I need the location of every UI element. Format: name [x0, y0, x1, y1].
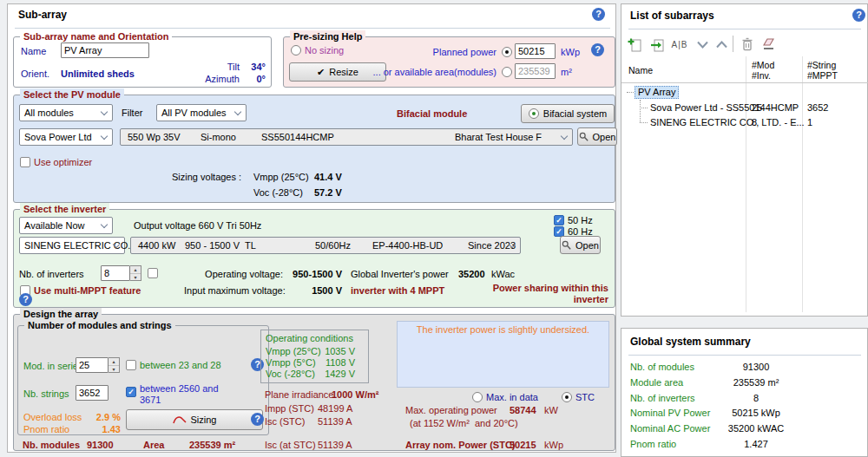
nb-modules-value: 91300: [87, 440, 114, 450]
subarray-row-name[interactable]: Sova Power Ltd - SS550144HCMP: [650, 102, 799, 113]
bifacial-system-button[interactable]: Bifacial system: [521, 104, 615, 123]
max-in-data-radio[interactable]: [472, 392, 483, 402]
module-model: SS550144HCMP: [261, 132, 334, 142]
input-max-voltage-value: 1500 V: [290, 285, 342, 296]
pv-module-legend: Select the PV module: [20, 88, 124, 101]
inverter-select-dropdown[interactable]: 4400 kW 950 - 1500 V TL 50/60Hz EP-4400-…: [130, 237, 521, 254]
max-in-data-label: Max. in data: [486, 392, 538, 402]
array-nom-power-unit: kWp: [544, 440, 563, 450]
inverter-manufacturer-dropdown[interactable]: SINENG ELECTRIC CO.: [19, 237, 125, 254]
move-up-button[interactable]: [712, 36, 731, 53]
column-header-inv[interactable]: #Inv.: [752, 70, 771, 81]
module-lab: Bharat Test House F: [455, 132, 542, 142]
pv-module-groupbox: Select the PV module All modules Filter …: [13, 95, 615, 203]
nb-inverters-checkbox[interactable]: [148, 268, 158, 278]
column-header-mppt[interactable]: #MPPT: [807, 70, 838, 81]
azimuth-value: 0°: [241, 74, 266, 84]
bifacial-system-label: Bifacial system: [543, 108, 607, 119]
subarray-row-name[interactable]: SINENG ELECTRIC CO., LTD. - E...: [650, 117, 805, 127]
nb-strings-range-checkbox[interactable]: [126, 387, 136, 397]
help-icon[interactable]: ?: [592, 8, 605, 21]
sizing-button[interactable]: Sizing: [126, 409, 263, 430]
open-module-button[interactable]: Open: [577, 127, 617, 146]
orient-label: Orient.: [21, 69, 49, 79]
global-power-unit: kWac: [491, 269, 515, 279]
power-sharing-note: Power sharing within this inverter: [487, 283, 608, 305]
module-select-dropdown[interactable]: 550 Wp 35V Si-mono SS550144HCMP Bharat T…: [120, 128, 573, 146]
summary-row-label: Pnom ratio: [630, 439, 676, 449]
sizing-warning-text: The inverter power is slightly undersize…: [398, 322, 608, 335]
presizing-legend: Pre-sizing Help: [290, 30, 365, 42]
rename-subarray-button[interactable]: A|B: [670, 36, 689, 53]
tree-line: [640, 100, 641, 122]
output-voltage-label: Output voltage 660 V Tri 50Hz: [134, 220, 261, 231]
page-title: Sub-array: [18, 9, 67, 21]
modules-strings-groupbox: Number of modules and strings Mod. in se…: [17, 325, 269, 435]
duplicate-subarray-icon: [650, 37, 665, 52]
chevron-up-icon: [716, 41, 727, 49]
mod-series-range-checkbox[interactable]: [126, 360, 136, 370]
module-filter-dropdown[interactable]: All PV modules: [156, 104, 247, 121]
pnom-ratio-value: 1.43: [79, 424, 121, 434]
mppt-note: inverter with 4 MPPT: [351, 285, 444, 296]
operating-voltage-label: Operating voltage:: [184, 269, 283, 279]
column-header-name[interactable]: Name: [628, 65, 653, 75]
open-inverter-button[interactable]: Open: [560, 236, 601, 254]
duplicate-subarray-button[interactable]: [648, 36, 667, 53]
freq-50hz-checkbox[interactable]: [554, 215, 564, 225]
summary-row-value: 50215 kWp: [682, 408, 830, 418]
inverter-power: 4400 kW: [138, 240, 175, 251]
stc-radio[interactable]: [562, 392, 572, 402]
module-tech: Si-mono: [201, 132, 236, 142]
array-nom-power-label: Array nom. Power (STC): [405, 440, 516, 450]
subarray-list-help-icon[interactable]: ?: [852, 9, 865, 22]
no-sizing-radio[interactable]: [291, 45, 301, 55]
mod-series-input[interactable]: [76, 357, 108, 373]
inverter-availability-dropdown[interactable]: Available Now: [19, 217, 113, 234]
nb-strings-input[interactable]: [76, 385, 108, 401]
module-manufacturer-dropdown[interactable]: Sova Power Ltd: [19, 128, 113, 146]
design-array-groupbox: Design the array Number of modules and s…: [13, 314, 615, 451]
delete-subarray-button[interactable]: [738, 36, 757, 53]
max-operating-power-value: 58744: [510, 405, 536, 415]
freq-50hz-label: 50 Hz: [568, 215, 593, 225]
subarray-list-panel: List of subarrays ? A|B: [621, 3, 868, 317]
magnifier-icon: [562, 240, 571, 250]
op-row-value: 1035 V: [303, 346, 355, 356]
chevron-down-icon: [234, 108, 241, 115]
mod-series-stepper[interactable]: ▴▾: [108, 357, 120, 373]
sizing-voltages-label: Sizing voltages :: [172, 172, 241, 182]
move-down-button[interactable]: [693, 36, 712, 53]
column-header-string[interactable]: #String: [807, 60, 836, 70]
sizing-help-icon[interactable]: ?: [251, 413, 264, 426]
use-optimizer-checkbox[interactable]: [20, 157, 30, 167]
inverter-groupbox: Select the inverter Available Now Output…: [13, 209, 615, 308]
clear-list-button[interactable]: [759, 36, 778, 53]
available-area-input[interactable]: [515, 63, 556, 79]
column-divider: [802, 56, 803, 312]
eraser-icon: [762, 37, 775, 51]
inverter-help-icon[interactable]: ?: [19, 293, 32, 306]
global-power-value: 35200: [458, 269, 485, 279]
nb-inverters-input[interactable]: [101, 265, 130, 281]
module-availability-dropdown[interactable]: All modules: [19, 104, 113, 121]
chevron-down-icon: [561, 133, 568, 140]
subarray-name-input[interactable]: [61, 42, 149, 58]
max-operating-power-unit: kW: [544, 405, 558, 415]
planned-power-label: Planned power: [336, 47, 496, 57]
pnom-ratio-label: Pnom ratio: [23, 424, 69, 434]
presizing-help-icon[interactable]: ?: [591, 43, 604, 56]
nb-inverters-stepper[interactable]: ▴▾: [130, 265, 141, 281]
planned-power-radio[interactable]: [502, 47, 512, 57]
subarray-group-row[interactable]: PV Array: [635, 86, 679, 99]
nb-strings-label: Nb. strings: [23, 388, 69, 399]
column-header-mod[interactable]: #Mod: [752, 60, 774, 70]
add-subarray-icon: [628, 37, 642, 52]
header-divider: [621, 82, 868, 83]
global-summary-panel: Global system summary Nb. of modules 913…: [621, 328, 868, 457]
add-subarray-button[interactable]: [625, 36, 644, 53]
tilt-value: 34°: [241, 62, 266, 72]
planned-power-input[interactable]: [515, 43, 556, 59]
magnifier-icon: [579, 132, 589, 141]
available-area-radio[interactable]: [502, 67, 512, 77]
